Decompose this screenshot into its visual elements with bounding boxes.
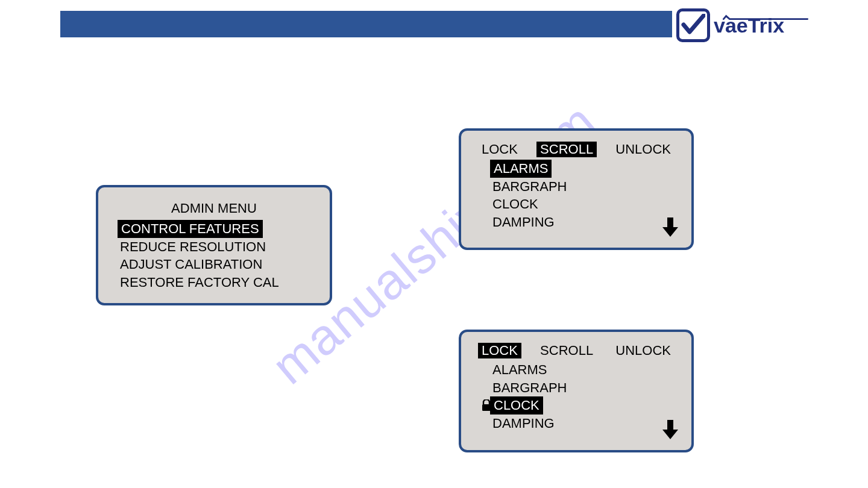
admin-item-restore-factory-cal[interactable]: RESTORE FACTORY CAL [118,274,281,292]
control-features-scroll-panel: LOCK SCROLL UNLOCK ALARMS BARGRAPH CLOCK… [459,128,694,250]
lock-item-bargraph[interactable]: BARGRAPH [490,379,569,397]
admin-menu-title: ADMIN MENU [110,201,318,216]
arrow-down-icon[interactable] [662,217,678,237]
admin-item-adjust-calibration[interactable]: ADJUST CALIBRATION [118,255,265,274]
tab-lock[interactable]: LOCK [478,142,521,157]
tab-scroll[interactable]: SCROLL [536,343,597,358]
brand-logo-box [676,8,710,42]
control-features-lock-panel: LOCK SCROLL UNLOCK ALARMS BARGRAPH CLOCK… [459,330,694,452]
tab-lock[interactable]: LOCK [478,343,521,358]
scroll-item-clock[interactable]: CLOCK [490,195,541,213]
scroll-item-damping[interactable]: DAMPING [490,213,557,231]
tab-scroll[interactable]: SCROLL [536,142,597,157]
check-icon [681,14,705,37]
scroll-item-bargraph[interactable]: BARGRAPH [490,178,569,196]
scroll-panel-top-tabs: LOCK SCROLL UNLOCK [473,142,679,160]
admin-item-control-features[interactable]: CONTROL FEATURES [118,220,263,238]
lock-icon [482,399,491,411]
lock-panel-top-tabs: LOCK SCROLL UNLOCK [473,343,679,361]
tab-unlock[interactable]: UNLOCK [612,343,675,358]
lock-item-alarms[interactable]: ALARMS [490,361,549,379]
scroll-item-alarms[interactable]: ALARMS [490,160,552,178]
admin-item-reduce-resolution[interactable]: REDUCE RESOLUTION [118,238,268,256]
radical-overline-icon [711,14,820,20]
lock-item-damping[interactable]: DAMPING [490,414,557,433]
lock-item-clock[interactable]: CLOCK [490,396,543,414]
brand-name: vaeTrix [714,15,784,36]
admin-menu-panel: ADMIN MENU CONTROL FEATURES REDUCE RESOL… [96,185,332,305]
header-bar [60,11,672,37]
brand-logo: vaeTrix [676,8,784,42]
svg-rect-0 [482,404,491,411]
tab-unlock[interactable]: UNLOCK [612,142,675,157]
arrow-down-icon[interactable] [662,420,678,439]
